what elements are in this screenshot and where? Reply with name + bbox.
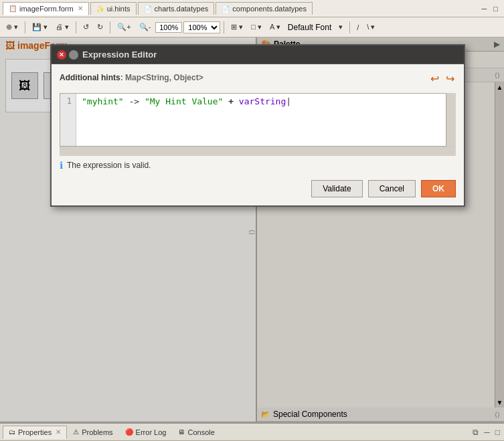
dialog-close-btn[interactable]: ✕ — [57, 50, 66, 60]
dialog-title-text: Expression Editor — [82, 50, 157, 60]
tab-componentsdatatypes-label: components.datatypes — [232, 5, 307, 13]
align-btn[interactable]: ⊞ ▾ — [228, 21, 246, 33]
main-tab-bar: 📋 imageForm.form ✕ ✨ ui.hints 📄 charts.d… — [0, 0, 504, 17]
valid-message-text: The expression is valid. — [67, 161, 151, 170]
sep1 — [25, 21, 25, 33]
dialog-label-row: Additional hints: Map<String, Object> ↩ … — [60, 71, 456, 89]
minimize-window-btn[interactable]: ─ — [479, 3, 491, 15]
code-content[interactable]: "myhint" -> "My Hint Value" + varString| — [76, 94, 446, 146]
bottom-panel-controls: ⧉ ─ □ — [471, 426, 501, 438]
print-btn[interactable]: 🖨 ▾ — [52, 21, 72, 33]
main-area: 🖼 imageForm 🖼 ⟨⟩ 🎨 Palette ▶ ↖ Select 📂 … — [0, 37, 504, 422]
tab-uihints[interactable]: ✨ ui.hints — [90, 2, 137, 15]
dialog-buttons: Validate Cancel OK — [60, 175, 456, 199]
font-label: Default Font — [285, 23, 334, 32]
dialog-body: Additional hints: Map<String, Object> ↩ … — [52, 64, 464, 205]
dialog-toolbar: ↩ ↪ — [429, 71, 456, 86]
properties-tab-close[interactable]: ✕ — [56, 428, 61, 436]
string2: "My Hint Value" — [145, 96, 223, 106]
sep3 — [110, 21, 110, 33]
save-btn[interactable]: 💾 ▾ — [29, 21, 51, 33]
errorlog-tab-icon: 🔴 — [125, 428, 133, 436]
tab-uihints-label: ui.hints — [107, 5, 131, 13]
sep4 — [224, 21, 224, 33]
dialog-minimize-btn[interactable] — [69, 50, 78, 60]
operator: + — [223, 96, 238, 106]
valid-message-row: ℹ The expression is valid. — [60, 156, 456, 175]
editor-scrollbar-v[interactable] — [446, 93, 456, 147]
tab-console-label: Console — [187, 428, 214, 436]
ok-button[interactable]: OK — [421, 180, 456, 197]
tab-problems-label: Problems — [82, 428, 112, 436]
sep5 — [349, 21, 350, 33]
tab-errorlog-label: Error Log — [136, 428, 167, 436]
main-toolbar: ⊕ ▾ 💾 ▾ 🖨 ▾ ↺ ↻ 🔍+ 🔍- 100% 100% 75% 150%… — [0, 17, 504, 37]
dialog-overlay: ✕ Expression Editor Additional hints: Ma… — [0, 37, 504, 422]
tab-errorlog[interactable]: 🔴 Error Log — [119, 426, 173, 439]
dialog-back-btn[interactable]: ↩ — [429, 71, 440, 86]
expression-editor-dialog: ✕ Expression Editor Additional hints: Ma… — [50, 44, 465, 207]
console-tab-icon: 🖥 — [178, 428, 185, 436]
validate-button[interactable]: Validate — [311, 180, 362, 197]
tab-imageform-label: imageForm.form — [19, 5, 74, 13]
dialog-titlebar: ✕ Expression Editor — [52, 46, 464, 64]
tab-console[interactable]: 🖥 Console — [172, 426, 220, 439]
properties-tab-icon: 🗂 — [9, 428, 15, 436]
cancel-button[interactable]: Cancel — [368, 180, 416, 197]
imageform-icon: 📋 — [9, 5, 17, 12]
cursor: | — [286, 96, 291, 106]
tab-chartsdatatypes-label: charts.datatypes — [155, 5, 209, 13]
minimize-panel-btn[interactable]: ─ — [483, 426, 491, 438]
font-size-btn[interactable]: A ▾ — [266, 21, 284, 33]
editor-scrollbar-h[interactable] — [60, 147, 456, 156]
tab-properties[interactable]: 🗂 Properties ✕ — [3, 426, 67, 439]
redo-btn[interactable]: ↻ — [94, 21, 106, 33]
code-editor[interactable]: 1 "myhint" -> "My Hint Value" + varStrin… — [60, 93, 446, 147]
uihints-icon: ✨ — [96, 5, 104, 13]
tab-imageform-close[interactable]: ✕ — [78, 5, 83, 12]
zoom-input[interactable]: 100% — [155, 22, 182, 33]
new-btn[interactable]: ⊕ ▾ — [3, 21, 21, 33]
zoom-in-btn[interactable]: 🔍+ — [114, 21, 134, 33]
extra2-btn[interactable]: \ ▾ — [363, 21, 378, 33]
components-icon: 📄 — [222, 5, 230, 13]
dialog-label-type: : Map<String, Object> — [120, 73, 203, 82]
tab-componentsdatatypes[interactable]: 📄 components.datatypes — [216, 2, 313, 15]
line-1-number: 1 — [64, 96, 72, 106]
bottom-panel: 🗂 Properties ✕ ⚠ Problems 🔴 Error Log 🖥 … — [0, 424, 504, 441]
layout-btn[interactable]: □ ▾ — [248, 21, 265, 33]
zoom-dropdown[interactable]: 100% 75% 150% — [183, 21, 220, 33]
tab-properties-label: Properties — [18, 428, 52, 436]
maximize-window-btn[interactable]: □ — [490, 3, 501, 15]
font-dropdown-btn[interactable]: ▾ — [335, 21, 346, 33]
string1: "myhint" — [82, 96, 124, 106]
arrow: -> — [124, 96, 145, 106]
dialog-label-prefix: Additional hints — [60, 73, 120, 82]
tab-chartsdatatypes[interactable]: 📄 charts.datatypes — [138, 2, 215, 15]
line-numbers: 1 — [60, 94, 76, 146]
tab-problems[interactable]: ⚠ Problems — [67, 426, 118, 439]
undo-btn[interactable]: ↺ — [80, 21, 92, 33]
extra1-btn[interactable]: / — [353, 21, 362, 33]
dialog-forward-btn[interactable]: ↪ — [444, 71, 456, 86]
open-editor-btn[interactable]: ⧉ — [471, 426, 480, 438]
problems-tab-icon: ⚠ — [73, 428, 79, 436]
charts-icon: 📄 — [144, 5, 152, 13]
info-icon: ℹ — [60, 160, 63, 171]
sep2 — [76, 21, 76, 33]
close-x-icon: ✕ — [59, 52, 64, 58]
tab-imageform[interactable]: 📋 imageForm.form ✕ — [3, 2, 89, 15]
variable: varString — [239, 96, 286, 106]
code-editor-container: 1 "myhint" -> "My Hint Value" + varStrin… — [60, 93, 456, 147]
maximize-panel-btn[interactable]: □ — [494, 426, 501, 438]
bottom-tabs-bar: 🗂 Properties ✕ ⚠ Problems 🔴 Error Log 🖥 … — [0, 424, 504, 441]
zoom-out-btn[interactable]: 🔍- — [136, 21, 155, 33]
dialog-label: Additional hints: Map<String, Object> — [60, 73, 203, 82]
